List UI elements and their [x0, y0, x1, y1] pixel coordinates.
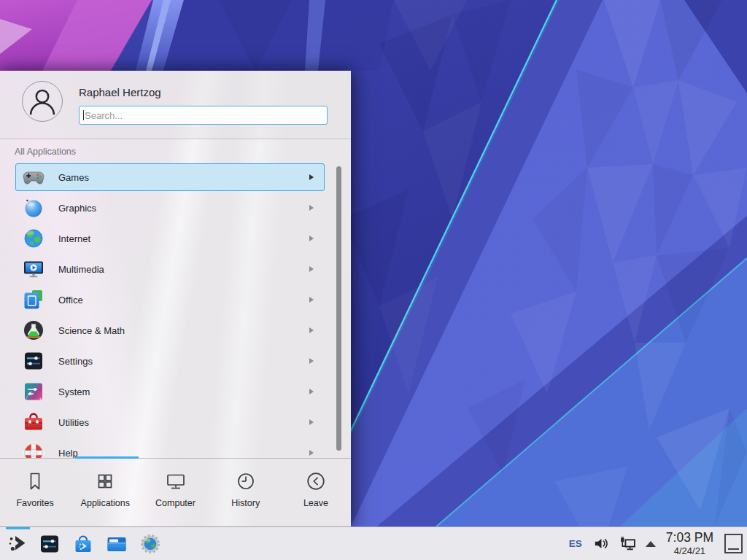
- lifebuoy-icon: [22, 441, 45, 458]
- tab-label: History: [231, 498, 260, 508]
- submenu-arrow-icon: [309, 205, 314, 211]
- taskbar-file-manager-button[interactable]: [105, 532, 128, 556]
- category-label: Utilities: [58, 417, 309, 428]
- category-utilities[interactable]: Utilities: [15, 408, 325, 436]
- volume-icon[interactable]: [593, 536, 608, 551]
- system-sliders-icon: [22, 380, 45, 403]
- category-label: Science & Math: [58, 325, 309, 336]
- keyboard-layout-indicator[interactable]: ES: [569, 538, 582, 549]
- tab-leave[interactable]: Leave: [281, 459, 351, 526]
- globe-gear-icon: [139, 532, 162, 556]
- submenu-arrow-icon: [309, 297, 314, 303]
- leave-circle-icon: [304, 470, 328, 493]
- submenu-arrow-icon: [309, 174, 314, 180]
- category-office[interactable]: Office: [15, 286, 325, 314]
- gamepad-icon: [22, 166, 45, 189]
- category-settings[interactable]: Settings: [15, 347, 325, 375]
- sliders-icon: [22, 349, 45, 373]
- scrollbar[interactable]: [336, 166, 341, 451]
- digital-clock[interactable]: 7:03 PM 4/24/21: [666, 532, 713, 556]
- category-list: Games Graphics: [0, 160, 334, 458]
- media-screen-icon: [22, 257, 45, 281]
- user-avatar[interactable]: [22, 81, 63, 122]
- search-input[interactable]: [79, 106, 328, 125]
- category-games[interactable]: Games: [15, 163, 325, 191]
- category-label: Internet: [58, 233, 309, 244]
- tab-applications[interactable]: Applications: [70, 459, 140, 526]
- submenu-arrow-icon: [309, 450, 314, 456]
- category-graphics[interactable]: Graphics: [15, 194, 325, 222]
- launcher-header: Raphael Hertzog: [0, 71, 351, 139]
- folder-icon: [105, 532, 128, 556]
- ball-icon: [22, 196, 45, 219]
- tab-label: Favorites: [16, 498, 53, 508]
- shopping-bag-icon: [71, 532, 95, 556]
- tab-history[interactable]: History: [211, 459, 281, 526]
- system-tray: ES 7:03 PM: [569, 527, 743, 560]
- clock-date: 4/24/21: [666, 546, 713, 556]
- category-label: System: [58, 386, 309, 397]
- section-label: All Applications: [15, 147, 76, 157]
- clock-time: 7:03 PM: [666, 532, 713, 545]
- monitor-icon: [164, 470, 187, 493]
- globe-icon: [22, 227, 45, 250]
- clock-icon: [234, 470, 258, 493]
- kde-kickoff-icon: [7, 532, 30, 556]
- category-system[interactable]: System: [15, 378, 325, 405]
- category-label: Office: [58, 295, 309, 306]
- taskbar: ES 7:03 PM: [0, 526, 747, 560]
- application-launcher-popup: Raphael Hertzog All Applications: [0, 71, 351, 526]
- tab-bar: Favorites Applications Comp: [0, 458, 351, 526]
- taskbar-discover-button[interactable]: [71, 532, 95, 556]
- taskbar-web-browser-button[interactable]: [139, 532, 162, 556]
- taskbar-system-settings-button[interactable]: [38, 532, 61, 556]
- documents-icon: [22, 288, 45, 311]
- category-internet[interactable]: Internet: [15, 225, 325, 252]
- toolbox-icon: [22, 411, 45, 434]
- settings-sliders-icon: [38, 532, 61, 556]
- category-label: Settings: [58, 356, 309, 367]
- tab-label: Computer: [155, 498, 196, 508]
- tab-label: Leave: [303, 498, 328, 508]
- category-label: Graphics: [58, 203, 309, 214]
- user-name: Raphael Hertzog: [79, 86, 161, 98]
- show-desktop-button[interactable]: [724, 534, 743, 553]
- category-science-math[interactable]: Science & Math: [15, 316, 325, 344]
- active-task-indicator: [6, 527, 30, 529]
- category-help[interactable]: Help: [15, 439, 325, 458]
- user-icon: [23, 82, 62, 121]
- tab-computer[interactable]: Computer: [140, 459, 210, 526]
- submenu-arrow-icon: [309, 236, 314, 241]
- taskbar-launcher-button[interactable]: [7, 532, 30, 556]
- desktop: Raphael Hertzog All Applications: [0, 0, 747, 560]
- tab-favorites[interactable]: Favorites: [0, 459, 70, 526]
- tab-label: Applications: [81, 498, 130, 508]
- active-tab-indicator: [75, 456, 139, 459]
- app-grid-icon: [93, 470, 117, 493]
- text-cursor: [83, 110, 84, 120]
- expand-tray-icon[interactable]: [646, 541, 656, 547]
- category-label: Multimedia: [58, 264, 309, 275]
- submenu-arrow-icon: [309, 389, 314, 394]
- bookmark-icon: [23, 470, 47, 493]
- category-label: Games: [58, 172, 309, 183]
- category-multimedia[interactable]: Multimedia: [15, 255, 325, 283]
- submenu-arrow-icon: [309, 419, 314, 425]
- flask-icon: [22, 319, 45, 342]
- network-icon[interactable]: [618, 536, 636, 551]
- submenu-arrow-icon: [309, 266, 314, 272]
- submenu-arrow-icon: [309, 358, 314, 364]
- submenu-arrow-icon: [309, 327, 314, 333]
